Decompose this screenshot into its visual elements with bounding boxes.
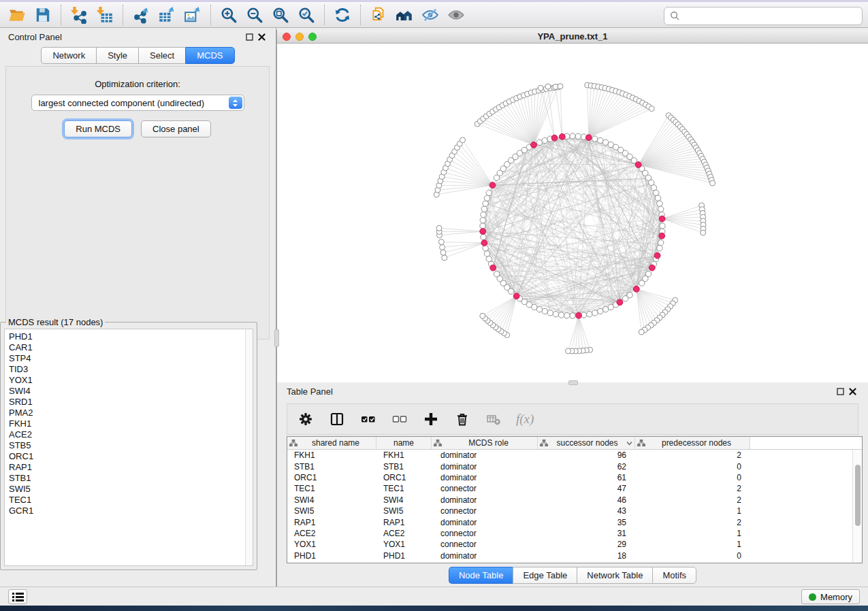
tab-network[interactable]: Network	[41, 47, 96, 64]
network-node[interactable]	[622, 296, 628, 301]
table-scrollbar[interactable]	[852, 450, 862, 563]
close-panel-button[interactable]: Close panel	[141, 120, 211, 137]
export-network-icon[interactable]	[128, 3, 154, 27]
network-node[interactable]	[480, 313, 485, 318]
network-node[interactable]	[558, 84, 563, 89]
network-hub-node[interactable]	[633, 286, 639, 292]
network-node[interactable]	[542, 137, 547, 143]
tab-select[interactable]: Select	[138, 47, 185, 64]
table-cell[interactable]: connector	[432, 529, 538, 538]
window-minimize-icon[interactable]	[295, 33, 304, 41]
table-cell[interactable]: PHD1	[287, 551, 376, 561]
table-cell[interactable]: FKH1	[376, 450, 432, 460]
network-node[interactable]	[538, 85, 543, 90]
network-node[interactable]	[486, 256, 492, 261]
table-row[interactable]: PHD1PHD1dominator180	[287, 550, 852, 561]
mcds-result-item[interactable]: RAP1	[9, 462, 253, 473]
network-window-titlebar[interactable]: YPA_prune.txt_1	[277, 30, 868, 44]
hide-selected-icon[interactable]	[417, 3, 443, 27]
network-node[interactable]	[481, 212, 486, 217]
network-node[interactable]	[654, 190, 659, 195]
network-node[interactable]	[592, 310, 598, 316]
add-column-icon[interactable]	[422, 410, 440, 428]
mcds-result-item[interactable]: ORC1	[9, 451, 253, 462]
memory-button[interactable]: Memory	[801, 589, 860, 604]
table-cell[interactable]: ACE2	[376, 529, 432, 538]
mcds-result-item[interactable]: ACE2	[9, 429, 253, 440]
export-table-icon[interactable]	[154, 3, 180, 27]
network-hub-node[interactable]	[490, 265, 496, 271]
zoom-in-icon[interactable]	[216, 3, 242, 27]
table-cell[interactable]: 2	[635, 484, 750, 493]
network-node[interactable]	[587, 312, 592, 317]
table-cell[interactable]: dominator	[432, 518, 538, 527]
show-columns-icon[interactable]	[328, 410, 346, 428]
vertical-splitter-handle[interactable]	[274, 329, 279, 347]
network-node[interactable]	[436, 225, 442, 231]
table-row[interactable]: TEC1TEC1connector472	[287, 483, 852, 494]
table-cell[interactable]: 18	[538, 551, 635, 561]
column-header-successor-nodes[interactable]: successor nodes	[538, 437, 635, 449]
zoom-out-icon[interactable]	[242, 3, 268, 27]
network-node[interactable]	[570, 133, 575, 139]
optimization-criterion-select[interactable]: largest connected component (undirected)	[31, 95, 244, 111]
run-mcds-button[interactable]: Run MCDS	[64, 120, 132, 137]
table-cell[interactable]: ORC1	[376, 473, 432, 482]
network-node[interactable]	[494, 271, 499, 277]
first-neighbors-icon[interactable]	[391, 3, 417, 27]
mcds-result-item[interactable]: STB1	[9, 473, 253, 484]
table-cell[interactable]: FKH1	[287, 450, 376, 460]
table-row[interactable]: FKH1FKH1dominator962	[287, 450, 852, 461]
table-cell[interactable]: 0	[635, 462, 750, 472]
delete-column-icon[interactable]	[453, 410, 471, 428]
column-header-name[interactable]: name	[376, 437, 432, 449]
table-cell[interactable]: ORC1	[287, 473, 376, 482]
refresh-view-icon[interactable]	[329, 3, 355, 27]
horizontal-splitter-handle[interactable]	[568, 380, 578, 385]
table-row[interactable]: RAP1RAP1dominator352	[287, 516, 852, 527]
function-builder-icon[interactable]: f(x)	[516, 412, 534, 427]
table-row[interactable]: SWI5SWI5connector431	[287, 506, 852, 516]
table-cell[interactable]: 1	[635, 540, 750, 549]
mcds-result-item[interactable]: SRD1	[9, 397, 253, 408]
network-node[interactable]	[547, 310, 553, 316]
mcds-result-list[interactable]: PHD1CAR1STP4TID3YOX1SWI4SRD1PMA2FKH1ACE2…	[4, 329, 253, 566]
table-row[interactable]: SWI4SWI4dominator462	[287, 495, 852, 506]
mcds-result-item[interactable]: GCR1	[9, 506, 253, 516]
column-header-mcds-role[interactable]: MCDS role	[432, 437, 538, 449]
network-node[interactable]	[536, 139, 542, 145]
tab-node-table[interactable]: Node Table	[449, 567, 513, 584]
table-cell[interactable]: 96	[538, 450, 635, 460]
network-node[interactable]	[602, 307, 608, 312]
table-row[interactable]: ORC1ORC1dominator610	[287, 472, 852, 483]
close-table-panel-icon[interactable]	[846, 385, 858, 397]
table-cell[interactable]: YOX1	[376, 540, 432, 549]
search-input[interactable]	[684, 11, 856, 21]
network-node[interactable]	[710, 180, 716, 186]
network-node[interactable]	[575, 133, 581, 139]
network-node[interactable]	[440, 245, 445, 250]
network-node[interactable]	[480, 223, 485, 229]
table-cell[interactable]: dominator	[432, 551, 538, 561]
network-node[interactable]	[483, 201, 488, 206]
network-node[interactable]	[564, 313, 570, 318]
table-cell[interactable]: 62	[538, 462, 635, 472]
table-cell[interactable]: 1	[635, 506, 750, 516]
mcds-result-item[interactable]: PMA2	[9, 408, 253, 418]
zoom-selected-icon[interactable]	[293, 3, 319, 27]
table-cell[interactable]: 1	[635, 529, 750, 538]
network-node[interactable]	[639, 329, 644, 335]
network-hub-node[interactable]	[635, 162, 641, 168]
table-cell[interactable]: 2	[635, 518, 750, 527]
network-node[interactable]	[592, 136, 598, 142]
network-hub-node[interactable]	[659, 216, 665, 222]
network-hub-node[interactable]	[654, 252, 660, 259]
network-node[interactable]	[649, 106, 654, 112]
network-node[interactable]	[484, 251, 489, 257]
network-hub-node[interactable]	[559, 134, 565, 140]
table-cell[interactable]: YOX1	[287, 540, 376, 549]
network-node[interactable]	[481, 206, 487, 212]
network-hub-node[interactable]	[617, 299, 623, 306]
mcds-result-item[interactable]: PHD1	[9, 331, 253, 342]
network-node[interactable]	[545, 84, 551, 89]
